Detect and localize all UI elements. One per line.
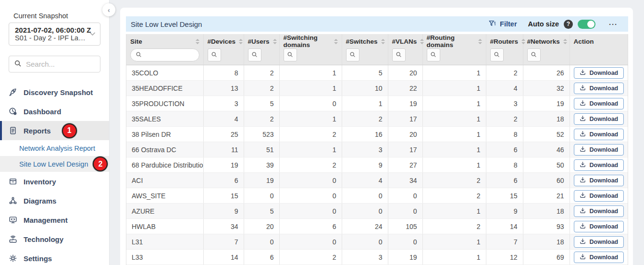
cell-value: 19	[523, 96, 570, 111]
column-header-vlans[interactable]: #VLANs	[388, 34, 422, 48]
column-header-site[interactable]: Site	[126, 34, 203, 48]
column-filter-cell	[126, 48, 203, 65]
sidebar-item-reports[interactable]: Reports1	[0, 121, 109, 140]
column-search-button[interactable]	[527, 48, 541, 61]
cell-site: AZURE	[126, 204, 203, 219]
sidebar-item-technology[interactable]: Technology	[0, 229, 109, 249]
cell-value: 1	[422, 157, 486, 173]
column-filter-cell	[486, 48, 523, 65]
download-button[interactable]: Download	[574, 98, 624, 109]
sidebar-search[interactable]	[9, 56, 100, 72]
sidebar-item-network-analysis-report[interactable]: Network Analysis Report	[0, 140, 109, 156]
sort-carets-icon[interactable]	[273, 39, 277, 44]
cell-value: 19	[388, 96, 422, 111]
sort-carets-icon[interactable]	[381, 39, 385, 44]
sort-carets-icon[interactable]	[196, 39, 199, 44]
cell-value: 0	[342, 204, 388, 219]
site-filter-field[interactable]	[145, 51, 194, 59]
column-search-button[interactable]	[284, 48, 297, 61]
download-button[interactable]: Download	[574, 113, 624, 125]
download-button[interactable]: Download	[574, 144, 624, 156]
sidebar-item-inventory[interactable]: Inventory	[0, 172, 109, 191]
column-header-switching-domains[interactable]: #Switching domains	[279, 34, 342, 48]
download-button[interactable]: Download	[574, 205, 624, 217]
column-search-button[interactable]	[427, 48, 440, 61]
settings-icon	[9, 254, 17, 263]
sidebar-item-label: Dashboard	[24, 108, 61, 116]
sort-carets-icon[interactable]	[334, 39, 338, 44]
column-label: #Switches	[346, 38, 378, 45]
column-header-devices[interactable]: #Devices	[203, 34, 244, 48]
cell-site: 66 Ostrava DC	[126, 142, 203, 157]
cell-value: 13	[203, 81, 244, 96]
sidebar-collapse-button[interactable]: ‹	[102, 3, 115, 16]
cell-value: 1	[422, 142, 486, 157]
cell-value: 69	[523, 250, 570, 265]
column-header-action: Action	[570, 34, 628, 48]
sidebar-item-site-low-level-design[interactable]: Site Low Level Design2	[0, 156, 109, 172]
download-button[interactable]: Download	[574, 83, 624, 94]
download-icon	[580, 192, 586, 200]
sort-carets-icon[interactable]	[521, 39, 525, 44]
cell-value: 5	[244, 96, 279, 111]
cell-value: 26	[523, 65, 570, 81]
cell-value: 1	[422, 250, 486, 265]
panel-title-bar: Site Low Level Design Filter Auto size ?…	[126, 16, 628, 32]
autosize-toggle[interactable]	[578, 20, 595, 29]
sort-carets-icon[interactable]	[239, 39, 243, 44]
search-input[interactable]	[26, 60, 122, 68]
download-label: Download	[590, 208, 619, 215]
site-filter-input[interactable]	[130, 48, 199, 61]
snapshot-select[interactable]: 2021-07-02, 06:00:00 Z S01 - Day 2 - IPF…	[9, 23, 100, 46]
download-button[interactable]: Download	[574, 236, 624, 248]
download-button[interactable]: Download	[574, 159, 624, 171]
cell-value: 2	[244, 81, 279, 96]
sidebar-item-label: Inventory	[24, 178, 56, 186]
cell-value: 93	[523, 219, 570, 234]
column-header-switches[interactable]: #Switches	[342, 34, 388, 48]
cell-value: 14	[203, 250, 244, 265]
sidebar-item-management[interactable]: Management	[0, 210, 109, 229]
column-header-users[interactable]: #Users	[244, 34, 279, 48]
download-button[interactable]: Download	[574, 252, 624, 263]
download-button[interactable]: Download	[574, 129, 624, 140]
column-search-button[interactable]	[248, 48, 261, 61]
download-button[interactable]: Download	[574, 190, 624, 202]
cell-value: 2	[486, 111, 523, 127]
autosize-label: Auto size	[528, 20, 559, 28]
sidebar-item-dashboard[interactable]: Dashboard	[0, 102, 109, 121]
download-button[interactable]: Download	[574, 67, 624, 79]
download-label: Download	[590, 131, 619, 138]
column-header-networks[interactable]: #Networks	[523, 34, 570, 48]
help-icon[interactable]: ?	[564, 20, 573, 29]
download-label: Download	[590, 254, 619, 261]
column-filter-cell	[203, 48, 244, 65]
cell-value: 21	[523, 188, 570, 204]
more-options-button[interactable]: ···	[609, 20, 618, 28]
sidebar-item-discovery-snapshot[interactable]: Discovery Snapshot	[0, 83, 109, 102]
column-filter-cell	[388, 48, 422, 65]
column-search-button[interactable]	[346, 48, 359, 61]
cell-value: 0	[388, 234, 422, 250]
column-search-button[interactable]	[490, 48, 504, 61]
sort-carets-icon[interactable]	[563, 39, 567, 44]
column-header-routers[interactable]: #Routers	[486, 34, 523, 48]
cell-value: 20	[244, 219, 279, 234]
download-button[interactable]: Download	[574, 175, 624, 186]
cell-value: 17	[388, 142, 422, 157]
cell-value: 0	[279, 173, 342, 188]
download-button[interactable]: Download	[574, 221, 624, 232]
sidebar-item-settings[interactable]: Settings	[0, 249, 109, 265]
sidebar-item-diagrams[interactable]: Diagrams	[0, 191, 109, 210]
column-search-button[interactable]	[208, 48, 221, 61]
column-label: #Networks	[527, 38, 560, 45]
cell-value: 50	[523, 157, 570, 173]
sort-carets-icon[interactable]	[420, 39, 424, 44]
sort-carets-icon[interactable]	[478, 39, 482, 44]
cell-action: Download	[570, 142, 628, 157]
page-title: Site Low Level Design	[131, 20, 488, 28]
filter-button[interactable]: Filter	[488, 20, 517, 29]
column-header-routing-domains[interactable]: #Routing domains	[422, 34, 486, 48]
diagrams-icon	[9, 196, 17, 205]
column-search-button[interactable]	[392, 48, 406, 61]
